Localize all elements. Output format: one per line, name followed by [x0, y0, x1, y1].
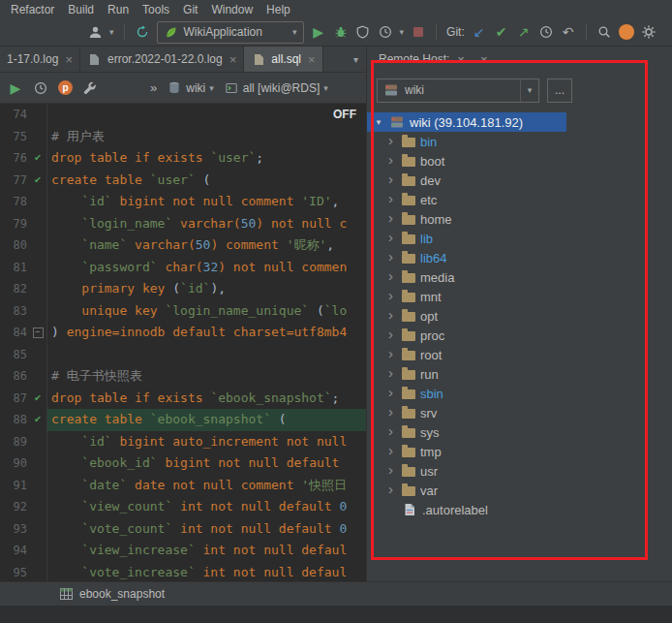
- tree-folder-lib[interactable]: ›lib: [367, 229, 672, 248]
- chevron-right-icon[interactable]: ›: [388, 423, 397, 438]
- avatar-icon[interactable]: [619, 24, 634, 40]
- chevron-right-icon[interactable]: ›: [388, 210, 397, 225]
- tree-folder-sys[interactable]: ›sys: [367, 422, 672, 442]
- status-bar: [0, 606, 672, 623]
- git-update-button[interactable]: ↙: [472, 24, 487, 40]
- session-combo[interactable]: all [wiki@RDS] ▾: [224, 80, 328, 96]
- tree-folder-var[interactable]: ›var: [367, 481, 672, 500]
- chevron-right-icon[interactable]: ›: [388, 404, 397, 419]
- chevron-right-icon[interactable]: ›: [388, 482, 397, 496]
- tree-folder-lib64[interactable]: ›lib64: [367, 248, 672, 267]
- remote-host-tree: ▼wiki (39.104.181.92)›bin›boot›dev›etc›h…: [367, 109, 672, 581]
- gutter-spacer: [29, 431, 47, 453]
- tree-folder-boot[interactable]: ›boot: [367, 151, 672, 171]
- remote-host-title[interactable]: Remote Host:: [379, 52, 449, 66]
- tree-folder-mnt[interactable]: ›mnt: [367, 287, 672, 306]
- execute-button[interactable]: ▶: [8, 80, 23, 96]
- menu-item-refactor[interactable]: Refactor: [4, 2, 61, 17]
- breadcrumb-table-name[interactable]: ebook_snapshot: [79, 587, 165, 601]
- tree-root-server[interactable]: ▼wiki (39.104.181.92): [367, 112, 566, 132]
- git-push-button[interactable]: ↗: [516, 24, 532, 40]
- tree-folder-opt[interactable]: ›opt: [367, 306, 672, 326]
- remote-host-header: Remote Host: × ×: [367, 47, 672, 72]
- menu-item-git[interactable]: Git: [176, 2, 204, 17]
- chevron-right-icon[interactable]: ›: [388, 346, 397, 360]
- tree-folder-etc[interactable]: ›etc: [367, 190, 672, 209]
- close-icon[interactable]: ×: [457, 52, 465, 67]
- folder-name: srv: [420, 406, 437, 421]
- tree-folder-usr[interactable]: ›usr: [367, 461, 672, 481]
- chevron-right-icon[interactable]: ›: [388, 327, 397, 341]
- remote-host-panel: Remote Host: × × wiki ▾ ... ▼wiki (39.10…: [367, 47, 672, 581]
- wrench-icon[interactable]: [82, 80, 98, 96]
- tree-folder-home[interactable]: ›home: [367, 209, 672, 229]
- p-badge-icon[interactable]: p: [58, 80, 73, 95]
- chevron-right-icon[interactable]: ›: [388, 230, 397, 244]
- tree-folder-srv[interactable]: ›srv: [367, 403, 672, 422]
- tree-folder-tmp[interactable]: ›tmp: [367, 442, 672, 461]
- tree-folder-root[interactable]: ›root: [367, 345, 672, 364]
- search-icon[interactable]: [596, 24, 612, 40]
- executed-check-icon: ✔: [29, 147, 47, 170]
- menu-item-window[interactable]: Window: [204, 2, 260, 17]
- debug-button[interactable]: [333, 24, 349, 40]
- profiler-dropdown-icon[interactable]: ▾: [400, 27, 405, 37]
- tree-file-.autorelabel[interactable]: .autorelabel: [367, 500, 672, 519]
- close-tab-icon[interactable]: ×: [229, 52, 237, 67]
- sql-editor[interactable]: 7475# 用户表76✔drop table if exists `user`;…: [0, 104, 366, 581]
- tab-error.2022-01-22.0.log[interactable]: error.2022-01-22.0.log×: [80, 47, 244, 72]
- tab-1-17.0.log[interactable]: 1-17.0.log×: [0, 47, 80, 72]
- rollback-button[interactable]: ↶: [561, 24, 576, 40]
- settings-gear-icon[interactable]: [641, 24, 657, 40]
- off-toggle[interactable]: OFF: [333, 108, 356, 121]
- stop-button[interactable]: [411, 24, 426, 40]
- history-button[interactable]: [538, 24, 554, 40]
- chevron-right-icon[interactable]: ›: [388, 171, 397, 186]
- chevron-right-icon[interactable]: ›: [388, 249, 397, 264]
- chevron-right-icon[interactable]: ›: [388, 365, 397, 380]
- menu-item-tools[interactable]: Tools: [136, 2, 176, 17]
- menu-item-run[interactable]: Run: [101, 2, 136, 17]
- tree-folder-sbin[interactable]: ›sbin: [367, 384, 672, 403]
- chevron-right-icon[interactable]: ›: [388, 307, 397, 322]
- chevron-right-icon[interactable]: ›: [388, 443, 397, 457]
- chevron-right-icon[interactable]: ›: [388, 385, 397, 399]
- run-button[interactable]: ▶: [311, 24, 326, 40]
- user-dropdown-icon[interactable]: ▾: [109, 27, 114, 37]
- close-tab-icon[interactable]: ×: [308, 52, 316, 67]
- chevron-right-icon[interactable]: ›: [388, 191, 397, 205]
- chevron-down-icon: ▾: [209, 83, 214, 93]
- reload-icon[interactable]: [135, 24, 150, 40]
- tab-all.sql[interactable]: all.sql×: [244, 47, 322, 72]
- chevron-down-icon[interactable]: ▾: [520, 79, 538, 102]
- tree-folder-media[interactable]: ›media: [367, 267, 672, 287]
- chevron-right-icon[interactable]: ›: [388, 288, 397, 302]
- tree-folder-bin[interactable]: ›bin: [367, 132, 672, 151]
- chevron-right-icon[interactable]: ›: [388, 152, 397, 167]
- close-tab-icon[interactable]: ×: [65, 52, 73, 67]
- hidden-actions-icon[interactable]: »: [150, 80, 157, 95]
- menu-item-help[interactable]: Help: [260, 2, 297, 17]
- coverage-button[interactable]: [355, 24, 371, 40]
- run-configuration-combo[interactable]: WikiApplication ▾: [157, 21, 304, 44]
- chevron-right-icon[interactable]: ›: [388, 462, 397, 477]
- chevron-right-icon[interactable]: ›: [388, 133, 397, 147]
- line-number: 92: [0, 496, 29, 518]
- menu-item-build[interactable]: Build: [61, 2, 101, 17]
- profiler-button[interactable]: [378, 24, 393, 40]
- close-icon[interactable]: ×: [480, 52, 488, 67]
- more-button[interactable]: ...: [547, 78, 572, 103]
- server-combo[interactable]: wiki ▾: [377, 78, 539, 103]
- folder-name: sys: [420, 425, 440, 440]
- tree-folder-proc[interactable]: ›proc: [367, 326, 672, 345]
- table-icon: [58, 586, 74, 602]
- history-clock-icon[interactable]: [33, 80, 48, 96]
- git-commit-button[interactable]: ✔: [494, 24, 509, 40]
- tree-folder-run[interactable]: ›run: [367, 364, 672, 384]
- user-icon[interactable]: [87, 24, 103, 40]
- chevron-right-icon[interactable]: ›: [388, 268, 397, 283]
- expanded-arrow-icon[interactable]: ▼: [375, 118, 384, 127]
- hidden-tabs-chevron-icon[interactable]: ▾: [346, 54, 366, 65]
- schema-combo[interactable]: wiki ▾: [167, 80, 214, 96]
- tree-folder-dev[interactable]: ›dev: [367, 171, 672, 190]
